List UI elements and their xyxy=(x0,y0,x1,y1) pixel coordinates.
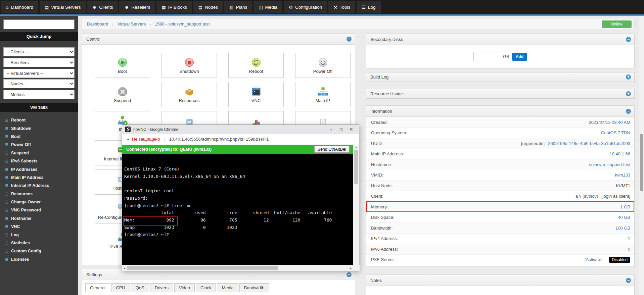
resources-button[interactable]: Resources xyxy=(162,82,217,107)
collapse-icon[interactable]: − xyxy=(626,278,631,283)
sidebar-item-internal-ip[interactable]: Internal IP Address xyxy=(0,182,78,190)
sidebar-item-ip-addresses[interactable]: IP Addresses xyxy=(0,165,78,173)
information-panel: Information − Created:2021/04/13 08:40 A… xyxy=(366,105,635,267)
nav-log[interactable]: ☰Log xyxy=(357,1,380,13)
expand-icon[interactable]: + xyxy=(626,75,631,80)
nav-ip-blocks[interactable]: ▦IP Blocks xyxy=(156,1,192,13)
information-header: Information − xyxy=(366,106,634,117)
file-icon: ◫ xyxy=(259,5,263,10)
sidebar-item-licenses[interactable]: Licenses xyxy=(0,255,78,263)
not-secure-label[interactable]: Не защищено xyxy=(132,137,160,142)
sidebar-item-reboot[interactable]: Reboot xyxy=(0,116,78,124)
main-ip-button[interactable]: Main IP xyxy=(295,82,351,107)
nav-virtual-servers[interactable]: ▤Virtual Servers xyxy=(40,1,86,13)
notes-panel: Notes − xyxy=(366,275,635,295)
disk-size-input[interactable] xyxy=(473,52,500,61)
nav-resellers[interactable]: ☻Resellers xyxy=(119,1,155,13)
info-row-pxe: PXE Server:[Activate]Disabled xyxy=(366,254,634,265)
tab-media[interactable]: Media xyxy=(217,283,238,292)
sidebar-item-ipv6-subnets[interactable]: IPv6 Subnets xyxy=(0,157,78,165)
maximize-button[interactable]: □ xyxy=(336,127,346,132)
sidebar-item-shutdown[interactable]: Shutdown xyxy=(0,124,78,132)
sidebar-item-change-owner[interactable]: Change Owner xyxy=(0,198,78,206)
sidebar-item-main-ip[interactable]: Main IP Address xyxy=(0,174,78,182)
page-scrollbar[interactable] xyxy=(639,16,644,295)
nav-nodes[interactable]: ▤Nodes xyxy=(193,1,223,13)
window-horizontal-scrollbar[interactable]: ◄ ► xyxy=(122,265,360,271)
virtual-servers-dropdown[interactable]: -- Virtual Servers -- xyxy=(3,69,75,78)
scroll-right-icon[interactable]: ► xyxy=(349,266,352,270)
list-icon: ▥ xyxy=(229,5,233,10)
tab-general[interactable]: General xyxy=(85,283,110,292)
expand-icon[interactable]: + xyxy=(626,91,631,96)
address-bar[interactable]: ▲ Не защищено | 10.40.1.46:5656/admincp/… xyxy=(122,134,359,144)
tab-bandwidth[interactable]: Bandwidth xyxy=(239,283,269,292)
settings-panel: Settings − General CPU QoS Drivers Video… xyxy=(82,269,355,295)
collapse-icon[interactable]: − xyxy=(626,109,631,114)
vnc-button[interactable]: VNC xyxy=(228,82,284,107)
sidebar-item-power-off[interactable]: Power Off xyxy=(0,141,78,149)
scrollbar-thumb[interactable] xyxy=(640,134,643,191)
sidebar-item-suspend[interactable]: Suspend xyxy=(0,149,78,157)
power-off-button[interactable]: Power Off xyxy=(295,53,351,78)
tab-qos[interactable]: QoS xyxy=(131,283,149,292)
sidebar-item-resources[interactable]: Resources xyxy=(0,190,78,198)
reboot-button[interactable]: Reboot xyxy=(228,53,284,78)
sidebar-item-log[interactable]: Log xyxy=(0,231,78,239)
breadcrumb-virtual-servers[interactable]: Virtual Servers xyxy=(117,21,146,27)
memory-highlight-box xyxy=(123,216,178,226)
sidebar-item-vnc[interactable]: VNC xyxy=(0,223,78,231)
nav-dashboard[interactable]: ⌂Dashboard xyxy=(1,1,38,13)
metrics-dropdown[interactable]: -- Metrics -- xyxy=(3,90,75,99)
tab-drivers[interactable]: Drivers xyxy=(150,283,173,292)
notes-header: Notes − xyxy=(366,275,634,286)
tab-clock[interactable]: Clock xyxy=(196,283,216,292)
activate-link[interactable]: [Activate] xyxy=(585,257,602,262)
tab-video[interactable]: Video xyxy=(174,283,195,292)
info-row-host-node: Host Node:KVM71 xyxy=(366,180,634,191)
sidebar-item-boot[interactable]: Boot xyxy=(0,133,78,141)
build-log-header: Build Log + xyxy=(366,72,634,82)
nav-configuration[interactable]: ⚙Configuration xyxy=(284,1,327,13)
boot-button[interactable]: Boot xyxy=(95,53,150,78)
resellers-dropdown[interactable]: -- Resellers -- xyxy=(3,58,75,67)
bullet-icon xyxy=(5,258,8,261)
scrollbar-thumb[interactable] xyxy=(127,266,278,270)
close-button[interactable]: ✕ xyxy=(346,127,356,132)
window-titlebar[interactable]: S noVNC - Google Chrome – □ ✕ xyxy=(122,125,359,134)
search-input[interactable] xyxy=(3,19,75,29)
url-text: 10.40.1.46:5656/admincp/nvnc.php?id=1598… xyxy=(169,137,269,142)
scrollbar-thumb[interactable] xyxy=(354,150,358,184)
add-disk-button[interactable]: Add xyxy=(512,53,527,61)
nav-clients[interactable]: ☻Clients xyxy=(87,1,118,13)
bullet-icon xyxy=(5,118,8,122)
scroll-up-icon[interactable]: ▲ xyxy=(353,146,359,149)
nav-tools[interactable]: ⚒Tools xyxy=(328,1,355,13)
login-as-client-link[interactable]: [login as client] xyxy=(601,194,630,199)
collapse-icon[interactable]: − xyxy=(626,37,631,42)
sidebar-item-hostname[interactable]: Hostname xyxy=(0,214,78,223)
shutdown-button[interactable]: Shutdown xyxy=(162,53,217,78)
send-ctrlaltdel-button[interactable]: Send CtrlAltDel xyxy=(314,146,350,153)
collapse-icon[interactable]: − xyxy=(347,272,352,277)
scroll-left-icon[interactable]: ◄ xyxy=(123,266,126,270)
sidebar-item-custom-config[interactable]: Custom Config xyxy=(0,247,78,255)
bullet-icon xyxy=(5,159,8,163)
suspend-button[interactable]: Suspend xyxy=(95,82,150,107)
breadcrumb-dashboard[interactable]: Dashboard xyxy=(87,21,108,27)
collapse-icon[interactable]: − xyxy=(347,37,352,42)
window-vertical-scrollbar[interactable]: ▲ xyxy=(353,145,359,265)
clients-dropdown[interactable]: -- Clients -- xyxy=(3,47,75,56)
info-row-vmid: VMID:kvm133 xyxy=(366,170,634,181)
regenerate-link[interactable]: [regenerate] xyxy=(521,141,545,146)
sidebar-item-vnc-password[interactable]: VNC Password xyxy=(0,206,78,214)
tab-cpu[interactable]: CPU xyxy=(111,283,130,292)
terminal-screen[interactable]: CentOS Linux 7 (Core) Kernel 3.10.0-693.… xyxy=(122,154,354,265)
log-icon: ☰ xyxy=(362,5,366,10)
sidebar-item-statistics[interactable]: Statistics xyxy=(0,239,78,247)
nodes-dropdown[interactable]: -- Nodes -- xyxy=(3,79,75,88)
nav-media[interactable]: ◫Media xyxy=(254,1,282,13)
minimize-button[interactable]: – xyxy=(326,127,336,132)
nav-plans[interactable]: ▥Plans xyxy=(224,1,252,13)
network-icon xyxy=(318,86,328,97)
